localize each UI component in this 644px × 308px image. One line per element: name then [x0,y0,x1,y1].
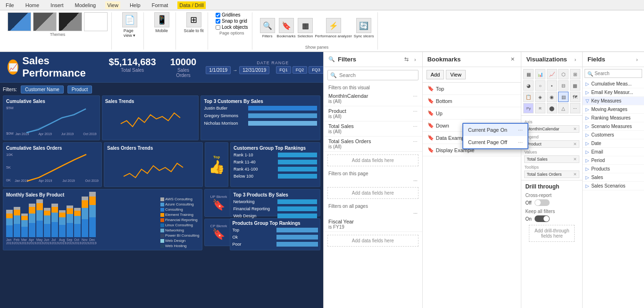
bookmark-up[interactable]: 🔖Up [423,107,521,120]
add-page-fields-btn[interactable]: Add data fields here [327,187,418,199]
viz-icon-card[interactable]: 📋 [523,92,534,102]
bookmark-bottom[interactable]: 🔖Bottom [423,95,521,107]
snap-to-grid-checkbox[interactable]: Snap to grid [216,18,248,24]
date-to[interactable]: 12/31/2019 [239,66,269,74]
viz-axis-remove[interactable]: ✕ [573,127,577,131]
viz-icon-custom1[interactable]: ⬤ [547,103,557,113]
menu-data-drill[interactable]: Data / Drill [177,1,205,9]
current-page-on-dots[interactable]: ··· [518,127,523,133]
field-group-scenario[interactable]: ▷ Scenario Measures [583,122,644,131]
field-group-sales-scenarios[interactable]: ▷ Sales Scenarios [583,182,644,190]
viz-panel-expand[interactable]: › [573,57,578,62]
fq2-btn[interactable]: FQ2 [293,66,308,74]
date-from[interactable]: 1/1/2019 [206,66,231,74]
field-group-email[interactable]: ▷ Email [583,148,644,156]
keep-filters-toggle[interactable] [535,215,550,222]
field-group-moving-avg[interactable]: ▷ Moving Averages [583,105,644,114]
scale-fit-icon[interactable]: ⊞ [186,12,201,27]
current-page-off-dots[interactable]: ··· [518,139,523,145]
bookmarks-add-btn[interactable]: Add [427,70,444,79]
filter-item-product[interactable]: ··· Product is (All) [324,106,422,121]
field-group-products[interactable]: ▷ Products [583,165,644,173]
viz-icon-pie[interactable]: ◕ [523,80,534,91]
viz-icon-py[interactable]: Py [523,103,534,113]
add-visual-fields-btn[interactable]: Add data fields here [327,154,418,166]
theme-swatch-2[interactable] [33,12,57,31]
theme-swatch-3[interactable] [59,12,82,31]
viz-icon-table[interactable]: ⊟ [558,80,569,91]
filters-search-input[interactable] [327,70,418,80]
viz-icon-gauge[interactable]: ◉ [547,92,557,102]
viz-icon-column[interactable]: 📊 [535,69,545,79]
filters-panel-close[interactable]: › [413,57,418,62]
selection-pane-btn[interactable]: ▦ [298,18,313,33]
viz-icon-map[interactable]: 🗺 [570,92,580,102]
viz-icon-custom2[interactable]: △ [558,103,569,113]
fields-search-input[interactable] [585,69,642,78]
products-group-title: Products Group Top Rankings [232,221,318,226]
bookmarks-view-btn[interactable]: View [446,70,466,79]
page-view-icon[interactable]: 📄 [122,12,137,27]
performance-btn[interactable]: ⚡ [326,18,341,33]
viz-tooltips-field[interactable]: Total Sales Orders ✕ [524,171,579,178]
viz-icon-more[interactable]: ··· [570,103,580,113]
fq1-btn[interactable]: FQ1 [276,66,291,74]
field-expand-icon-cumulative: ▷ [585,81,589,86]
field-group-period[interactable]: ▷ Period [583,156,644,165]
viz-icon-matrix[interactable]: ▩ [570,80,580,91]
field-group-sales[interactable]: ▷ Sales [583,173,644,182]
field-group-customers[interactable]: ▷ Customers [583,131,644,139]
gridlines-checkbox[interactable]: Gridlines [216,12,248,17]
field-group-cumulative[interactable]: ▷ Cumulative Meas... [583,80,644,88]
viz-icon-bar[interactable]: ▦ [523,69,534,79]
viz-icon-clustered[interactable]: ▤ [558,92,569,102]
menu-view[interactable]: View [105,1,120,9]
viz-tooltips-remove[interactable]: ✕ [573,172,577,177]
bookmarks-pane-btn[interactable]: 🔖 [279,18,294,33]
menu-help[interactable]: Help [128,1,142,9]
viz-icon-area[interactable]: ⬡ [558,69,569,79]
viz-values-field[interactable]: Total Sales ✕ [524,155,579,163]
bookmark-top[interactable]: 🔖Top [423,83,521,95]
sync-slicers-btn[interactable]: 🔄 [356,18,371,33]
filters-panel-expand[interactable]: ⇆ [403,56,410,62]
menu-modeling[interactable]: Modeling [73,1,98,9]
viz-values-remove[interactable]: ✕ [573,157,577,162]
viz-icon-donut[interactable]: ○ [535,80,545,91]
viz-icon-r[interactable]: R [535,103,545,113]
field-group-key-measures[interactable]: ▽ Key Measures [583,97,644,105]
theme-swatch-4[interactable] [84,12,108,31]
menu-format[interactable]: Format [150,1,170,9]
field-group-date[interactable]: ▷ Date [583,139,644,148]
field-group-email-key[interactable]: ▷ Email Key Measur... [583,88,644,97]
menu-home[interactable]: Home [24,1,41,9]
add-all-pages-fields-btn[interactable]: Add data fields here [327,235,418,247]
viz-legend-remove[interactable]: ✕ [573,142,577,146]
filters-pane-btn[interactable]: 🔍 [260,18,275,33]
add-drill-fields-btn[interactable]: Add drill-through fields here [529,225,575,242]
viz-legend-field[interactable]: Product ✕ [524,140,579,148]
filter-chip-product[interactable]: Product [67,86,92,94]
menu-file[interactable]: File [4,1,16,9]
filter-item-sales-orders[interactable]: ··· Total Sales Orders is (All) [324,137,422,152]
viz-icon-kpi[interactable]: ◈ [535,92,545,102]
field-group-ranking[interactable]: ▷ Ranking Measures [583,114,644,122]
filter-item-month[interactable]: ··· MonthInCalendar is (All) [324,91,422,106]
filter-chip-customer[interactable]: Customer Name [21,86,64,94]
theme-swatch-1[interactable] [8,12,31,31]
filter-item-fiscal-year[interactable]: Fiscal Year is FY19 [324,217,422,232]
viz-icon-treemap[interactable]: ▪ [547,80,557,91]
viz-axis-field[interactable]: MonthInCalendar ✕ [524,125,579,133]
lock-objects-checkbox[interactable]: Lock objects [216,25,248,30]
cross-report-toggle[interactable] [535,199,550,206]
fq3-btn[interactable]: FQ3 [309,66,323,74]
bookmarks-panel-close[interactable]: ✕ [509,56,516,62]
viz-icon-scatter[interactable]: ⊞ [570,69,580,79]
viz-icon-line[interactable]: 📈 [547,69,557,79]
bookmark-current-page-on[interactable]: Current Page On ··· [463,124,527,136]
filter-item-total-sales[interactable]: ··· Total Sales is (All) [324,121,422,137]
mobile-layout-icon[interactable]: 📱 [154,12,169,27]
bookmark-current-page-off[interactable]: Current Page Off ··· [463,136,527,148]
menu-insert[interactable]: Insert [49,1,66,9]
fields-panel-expand[interactable]: › [635,57,639,62]
